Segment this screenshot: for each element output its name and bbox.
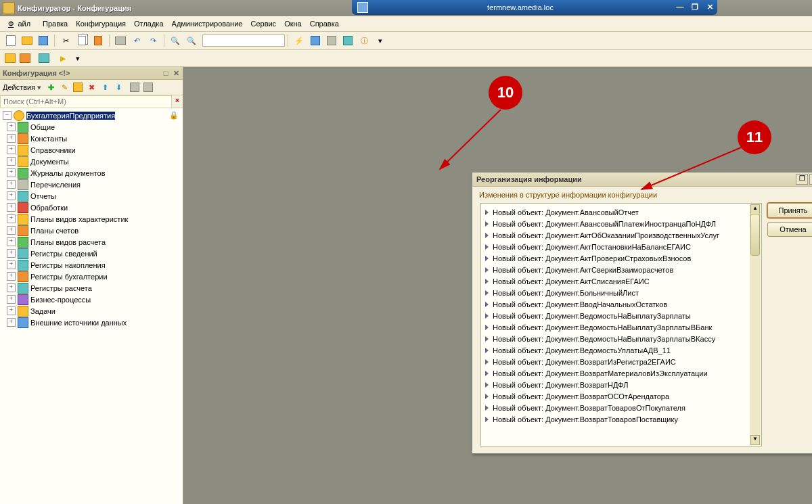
expand-icon[interactable]: + xyxy=(7,122,16,131)
restore-button[interactable]: ❐ xyxy=(689,3,701,12)
menu-edit[interactable]: Правка xyxy=(39,18,72,29)
expand-icon[interactable]: + xyxy=(7,134,16,143)
expand-icon[interactable]: + xyxy=(7,145,16,154)
close-button[interactable]: ✕ xyxy=(704,3,716,12)
paste-icon[interactable] xyxy=(91,34,105,47)
update-icon[interactable] xyxy=(38,52,50,64)
play-dropdown-icon[interactable]: ▾ xyxy=(72,52,84,64)
panel-search-clear-icon[interactable]: × xyxy=(172,96,183,107)
list-item[interactable]: Новый объект: Документ.АктСверкиВзаимора… xyxy=(481,264,761,275)
help-icon[interactable]: ⓘ xyxy=(357,34,371,47)
menu-config[interactable]: Конфигурация xyxy=(72,18,130,29)
expand-icon[interactable]: + xyxy=(7,295,16,304)
list-item[interactable]: Новый объект: Документ.ВозвратНДФЛ xyxy=(481,379,761,390)
list-item[interactable]: Новый объект: Документ.АктСписанияЕГАИС xyxy=(481,275,761,287)
filter-icon[interactable] xyxy=(143,82,154,93)
list-item[interactable]: Новый объект: Документ.АвансовыйОтчет xyxy=(481,206,761,218)
config-tree[interactable]: − БухгалтерияПредприятия 🔒 +Общие+Конста… xyxy=(0,108,183,504)
redo-icon[interactable]: ↷ xyxy=(146,34,160,47)
tree-item[interactable]: +Журналы документов xyxy=(0,167,183,179)
menu-service[interactable]: Сервис xyxy=(246,18,280,29)
play-icon[interactable]: ▶ xyxy=(57,52,69,64)
sort-icon[interactable] xyxy=(129,82,140,93)
up-icon[interactable]: ⬆ xyxy=(99,82,110,93)
list-item[interactable]: Новый объект: Документ.ВозвратИзРегистра… xyxy=(481,356,761,367)
tree-item[interactable]: +Задачи xyxy=(0,305,183,317)
edit-icon[interactable]: ✎ xyxy=(59,82,70,93)
list-item[interactable]: Новый объект: Документ.ВедомостьНаВыплат… xyxy=(481,310,761,321)
expand-icon[interactable]: + xyxy=(7,237,16,246)
list-item[interactable]: Новый объект: Документ.ВедомостьНаВыплат… xyxy=(481,333,761,344)
break-icon[interactable] xyxy=(325,34,338,47)
expand-icon[interactable]: + xyxy=(7,318,16,327)
tree-item[interactable]: +Документы xyxy=(0,156,183,167)
tree-item[interactable]: +Перечисления xyxy=(0,179,183,190)
open-icon[interactable] xyxy=(20,34,34,47)
list-item[interactable]: Новый объект: Документ.ВозвратМатериалов… xyxy=(481,367,761,379)
down-icon[interactable]: ⬇ xyxy=(113,82,124,93)
expand-icon[interactable]: + xyxy=(7,191,16,200)
panel-search-input[interactable] xyxy=(0,95,172,108)
dropdown-icon[interactable]: ▾ xyxy=(374,34,387,47)
tree-item[interactable]: +Константы xyxy=(0,133,183,144)
tree-item[interactable]: +Планы видов характеристик xyxy=(0,213,183,225)
tree-item[interactable]: +Внешние источники данных xyxy=(0,317,183,328)
remote-session-tab[interactable]: termnew.amedia.loc — ❐ ✕ xyxy=(352,0,717,15)
tree-item[interactable]: +Планы видов расчета xyxy=(0,236,183,248)
tree-item[interactable]: +Регистры сведений xyxy=(0,248,183,259)
minimize-button[interactable]: — xyxy=(674,3,686,12)
actions-menu[interactable]: Действия ▾ xyxy=(3,83,41,92)
dialog-list[interactable]: Новый объект: Документ.АвансовыйОтчетНов… xyxy=(480,203,762,446)
dialog-scrollbar[interactable]: ▲ ▼ xyxy=(750,204,761,445)
menu-windows[interactable]: Окна xyxy=(280,18,306,29)
expand-icon[interactable]: + xyxy=(7,157,16,166)
expand-icon[interactable]: + xyxy=(7,214,16,223)
pin-icon[interactable] xyxy=(357,2,368,13)
toolbar-search[interactable] xyxy=(202,35,285,47)
menu-help[interactable]: Справка xyxy=(306,18,343,29)
syntax-icon[interactable] xyxy=(341,34,355,47)
list-item[interactable]: Новый объект: Документ.АктПостановкиНаБа… xyxy=(481,241,761,252)
cancel-button[interactable]: Отмена xyxy=(767,222,812,237)
tree-item[interactable]: +Обработки xyxy=(0,202,183,213)
list-item[interactable]: Новый объект: Документ.АвансовыйПлатежИн… xyxy=(481,218,761,229)
list-item[interactable]: Новый объект: Документ.БольничныйЛист xyxy=(481,287,761,298)
list-item[interactable]: Новый объект: Документ.ВозвратТоваровОтП… xyxy=(481,402,761,413)
list-item[interactable]: Новый объект: Документ.АктОбОказанииПрои… xyxy=(481,229,761,241)
dialog-restore-icon[interactable]: ❐ xyxy=(796,174,808,185)
expand-icon[interactable]: + xyxy=(7,306,16,315)
undo-icon[interactable]: ↶ xyxy=(130,34,143,47)
panel-close-icon[interactable]: ✕ xyxy=(172,69,180,77)
add-icon[interactable]: ✚ xyxy=(45,82,56,93)
tree-item[interactable]: +Справочники xyxy=(0,144,183,156)
save-icon[interactable] xyxy=(37,34,50,47)
expand-icon[interactable]: + xyxy=(7,226,16,235)
tree-item[interactable]: +Отчеты xyxy=(0,190,183,202)
tree-item[interactable]: +Регистры накопления xyxy=(0,259,183,271)
print-icon[interactable] xyxy=(114,34,127,47)
tree-item[interactable]: +Планы счетов xyxy=(0,225,183,236)
list-item[interactable]: Новый объект: Документ.ВводНачальныхОста… xyxy=(481,298,761,310)
panel-pin-icon[interactable]: □ xyxy=(162,69,170,77)
db-icon[interactable] xyxy=(19,52,31,64)
expand-icon[interactable]: + xyxy=(7,249,16,258)
tree-item[interactable]: +Общие xyxy=(0,121,183,133)
debug-icon[interactable]: ⚡ xyxy=(292,34,306,47)
tree-item[interactable]: +Регистры бухгалтерии xyxy=(0,271,183,282)
menu-file[interactable]: Файл xyxy=(4,18,39,29)
expand-icon[interactable]: + xyxy=(7,283,16,292)
menu-admin[interactable]: Администрирование xyxy=(168,18,247,29)
expand-icon[interactable]: + xyxy=(7,203,16,212)
tree-item[interactable]: +Регистры расчета xyxy=(0,282,183,294)
tree-item[interactable]: +Бизнес-процессы xyxy=(0,294,183,305)
menu-debug[interactable]: Отладка xyxy=(130,18,167,29)
delete-icon[interactable]: ✖ xyxy=(86,82,97,93)
expand-icon[interactable]: + xyxy=(7,168,16,177)
scroll-thumb[interactable] xyxy=(750,214,760,256)
cut-icon[interactable]: ✂ xyxy=(59,34,72,47)
expand-icon[interactable]: + xyxy=(7,260,16,269)
zoom-icon[interactable]: 🔍 xyxy=(185,34,198,47)
dialog-close-icon[interactable]: ✕ xyxy=(809,174,812,185)
accept-button[interactable]: Принять xyxy=(767,203,812,218)
scroll-up-icon[interactable]: ▲ xyxy=(750,204,760,214)
